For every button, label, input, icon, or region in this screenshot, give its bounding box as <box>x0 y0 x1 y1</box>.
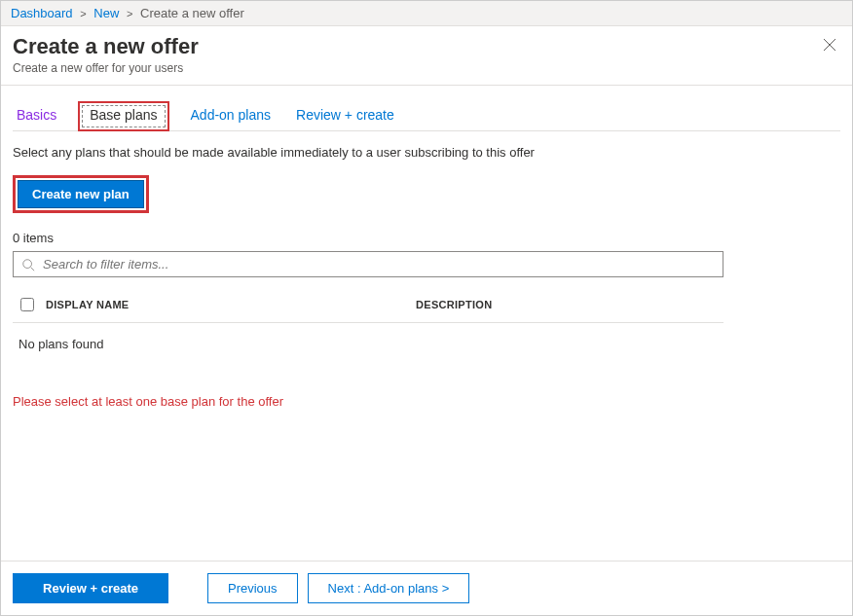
empty-state: No plans found <box>13 323 840 365</box>
column-display-name[interactable]: DISPLAY NAME <box>46 299 416 310</box>
tab-basics[interactable]: Basics <box>13 101 60 130</box>
close-button[interactable] <box>823 38 840 55</box>
tab-review-create[interactable]: Review + create <box>292 101 398 130</box>
page-header: Create a new offer Create a new offer fo… <box>1 26 852 86</box>
chevron-right-icon: > <box>80 8 86 19</box>
create-new-plan-button[interactable]: Create new plan <box>18 180 144 208</box>
previous-button[interactable]: Previous <box>207 573 298 603</box>
create-plan-highlight: Create new plan <box>13 175 149 213</box>
select-all-cell <box>17 295 46 314</box>
breadcrumb-new[interactable]: New <box>93 6 119 20</box>
validation-error: Please select at least one base plan for… <box>13 394 840 409</box>
close-icon <box>823 38 836 52</box>
review-create-button[interactable]: Review + create <box>13 573 168 603</box>
nav-button-group: Previous Next : Add-on plans > <box>207 573 469 603</box>
breadcrumb-current: Create a new offer <box>140 6 244 20</box>
chevron-right-icon: > <box>127 8 132 19</box>
svg-line-3 <box>31 267 35 271</box>
items-count: 0 items <box>13 231 840 245</box>
footer-bar: Review + create Previous Next : Add-on p… <box>1 561 852 615</box>
select-all-checkbox[interactable] <box>20 298 34 311</box>
breadcrumb: Dashboard > New > Create a new offer <box>1 1 852 26</box>
svg-point-2 <box>23 259 32 268</box>
breadcrumb-dashboard[interactable]: Dashboard <box>11 6 73 20</box>
tab-addon-plans[interactable]: Add-on plans <box>187 101 276 130</box>
search-input[interactable] <box>41 256 715 272</box>
table-header: DISPLAY NAME DESCRIPTION <box>13 287 723 323</box>
page-title: Create a new offer <box>13 34 840 59</box>
search-box[interactable] <box>13 251 723 277</box>
instruction-text: Select any plans that should be made ava… <box>13 145 840 160</box>
tab-bar: Basics Base plans Add-on plans Review + … <box>13 101 840 131</box>
search-icon <box>21 258 35 272</box>
next-button[interactable]: Next : Add-on plans > <box>308 573 470 603</box>
column-description[interactable]: DESCRIPTION <box>416 299 720 310</box>
page-subtitle: Create a new offer for your users <box>13 61 840 75</box>
content-area: Basics Base plans Add-on plans Review + … <box>1 86 852 561</box>
tab-base-plans[interactable]: Base plans <box>78 101 168 131</box>
